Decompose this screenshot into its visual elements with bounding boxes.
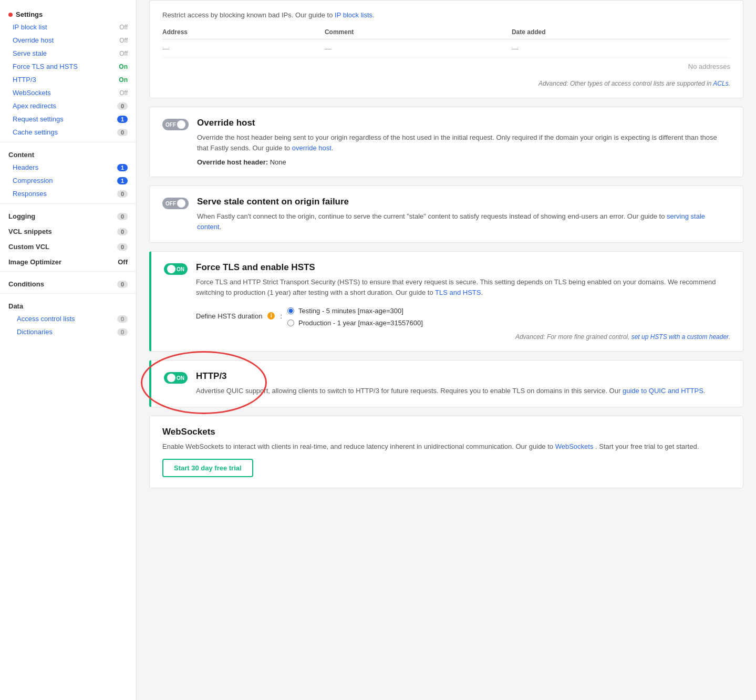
toggle-knob [177,120,185,129]
sidebar-badge: 1 [117,116,128,123]
sidebar-item-headers[interactable]: Headers 1 [0,161,136,174]
sidebar-badge: 0 [117,328,128,336]
hsts-row: Define HSTS duration i: Testing - 5 minu… [196,305,730,327]
custom-vcl-group[interactable]: Custom VCL 0 [0,238,136,253]
http3-card: ON HTTP/3 Advertise QUIC support, allowi… [149,360,743,407]
sidebar-badge: 1 [117,177,128,184]
advanced-acl-note: Advanced: Other types of access control … [162,80,730,87]
sidebar-label: Compression [13,177,53,184]
ip-block-lists-link[interactable]: IP block lists [335,11,372,19]
logging-badge: 0 [117,213,128,220]
no-addresses: No addresses [162,58,730,75]
websockets-desc: Enable WebSockets to interact with clien… [162,441,730,452]
sidebar-item-request-settings[interactable]: Request settings 1 [0,112,136,126]
toggle-knob [167,265,175,273]
http3-row: ON HTTP/3 Advertise QUIC support, allowi… [164,371,730,396]
sidebar-badge: 0 [117,190,128,198]
serve-stale-toggle[interactable]: OFF [162,198,189,209]
websockets-card: WebSockets Enable WebSockets to interact… [149,416,743,489]
http3-title: HTTP/3 [196,371,705,382]
serve-stale-row: OFF Serve stale content on origin failur… [162,197,730,232]
force-tls-content: Force TLS and enable HSTS Force TLS and … [196,262,730,341]
sidebar-label: Apex redirects [13,102,56,110]
sidebar-label: WebSockets [13,89,51,97]
sidebar-label: Dictionaries [17,328,53,336]
main-content: Restrict access by blocking known bad IP… [137,0,756,518]
image-optimizer-label: Image Optimizer [8,258,61,266]
sidebar-item-ip-block-list[interactable]: IP block list Off [0,20,136,34]
sidebar-item-acl[interactable]: Access control lists 0 [0,312,136,325]
col-address: Address [162,25,325,39]
sidebar-item-serve-stale[interactable]: Serve stale Off [0,47,136,60]
logging-label: Logging [8,212,35,220]
active-dot [8,13,13,17]
radio-production-input[interactable] [287,320,294,326]
sidebar-status: Off [119,37,128,44]
sidebar-label: IP block list [13,23,47,31]
conditions-group[interactable]: Conditions 0 [0,275,136,290]
serve-stale-title: Serve stale content on origin failure [197,197,730,207]
vcl-snippets-label: VCL snippets [8,228,52,235]
radio-testing[interactable]: Testing - 5 minutes [max-age=300] [287,307,423,315]
acls-link[interactable]: ACLs [713,80,728,87]
data-group: Data [0,297,136,312]
override-host-link[interactable]: override host [292,144,332,152]
serve-stale-content: Serve stale content on origin failure Wh… [197,197,730,232]
force-tls-toggle[interactable]: ON [164,263,188,275]
sidebar-badge: 0 [117,315,128,323]
ip-block-card: Restrict access by blocking known bad IP… [149,0,743,98]
conditions-label: Conditions [8,280,44,288]
radio-testing-label: Testing - 5 minutes [max-age=300] [298,307,403,315]
sidebar-label: Request settings [13,115,64,123]
col-comment: Comment [325,25,512,39]
content-title: Content [8,151,34,159]
force-tls-desc: Force TLS and HTTP Strict Transport Secu… [196,277,730,297]
sidebar-label: Override host [13,36,54,44]
content-group: Content [0,146,136,161]
logging-group[interactable]: Logging 0 [0,207,136,222]
sidebar-item-http3[interactable]: HTTP/3 On [0,73,136,86]
sidebar-label: HTTP/3 [13,76,36,84]
sidebar-label: Serve stale [13,49,47,57]
force-tls-row: ON Force TLS and enable HSTS Force TLS a… [164,262,730,341]
sidebar-item-apex-redirects[interactable]: Apex redirects 0 [0,99,136,112]
radio-group: Testing - 5 minutes [max-age=300] Produc… [287,307,423,327]
sidebar-status: Off [119,89,128,97]
radio-testing-input[interactable] [287,307,294,314]
force-tls-advanced: Advanced: For more fine grained control,… [196,333,730,341]
sidebar-badge: 0 [117,102,128,110]
sidebar-item-cache-settings[interactable]: Cache settings 0 [0,126,136,139]
data-label: Data [8,302,23,310]
http3-content: HTTP/3 Advertise QUIC support, allowing … [196,371,705,396]
websockets-title: WebSockets [162,427,730,437]
override-host-toggle[interactable]: OFF [162,119,189,130]
sidebar-item-responses[interactable]: Responses 0 [0,187,136,200]
sidebar-status: Off [119,24,128,31]
sidebar-status: On [119,63,128,70]
vcl-snippets-group[interactable]: VCL snippets 0 [0,222,136,238]
trial-button[interactable]: Start 30 day free trial [162,459,253,477]
sidebar-label: Headers [13,163,38,171]
radio-production[interactable]: Production - 1 year [max-age=31557600] [287,319,423,327]
sidebar-item-force-tls[interactable]: Force TLS and HSTS On [0,60,136,73]
sidebar-label: Cache settings [13,128,58,136]
sidebar-label: Access control lists [17,315,75,323]
http3-toggle[interactable]: ON [164,372,188,384]
custom-vcl-badge: 0 [117,243,128,251]
quic-https-link[interactable]: guide to QUIC and HTTPS [623,387,703,395]
custom-header-link[interactable]: set up HSTS with a custom header [631,333,729,341]
toggle-knob [177,199,185,208]
sidebar-item-websockets[interactable]: WebSockets Off [0,86,136,99]
settings-title: Settings [16,11,43,18]
websockets-link[interactable]: WebSockets [555,442,594,450]
sidebar-item-override-host[interactable]: Override host Off [0,34,136,47]
sidebar: Settings IP block list Off Override host… [0,0,137,518]
sidebar-item-dictionaries[interactable]: Dictionaries 0 [0,325,136,338]
image-optimizer-group[interactable]: Image Optimizer Off [0,253,136,268]
sidebar-item-compression[interactable]: Compression 1 [0,174,136,187]
override-host-title: Override host [197,118,730,128]
hsts-label: Define HSTS duration [196,312,262,320]
tls-hsts-link[interactable]: TLS and HSTS [435,289,481,296]
custom-vcl-label: Custom VCL [8,243,49,251]
sidebar-badge: 0 [117,129,128,136]
